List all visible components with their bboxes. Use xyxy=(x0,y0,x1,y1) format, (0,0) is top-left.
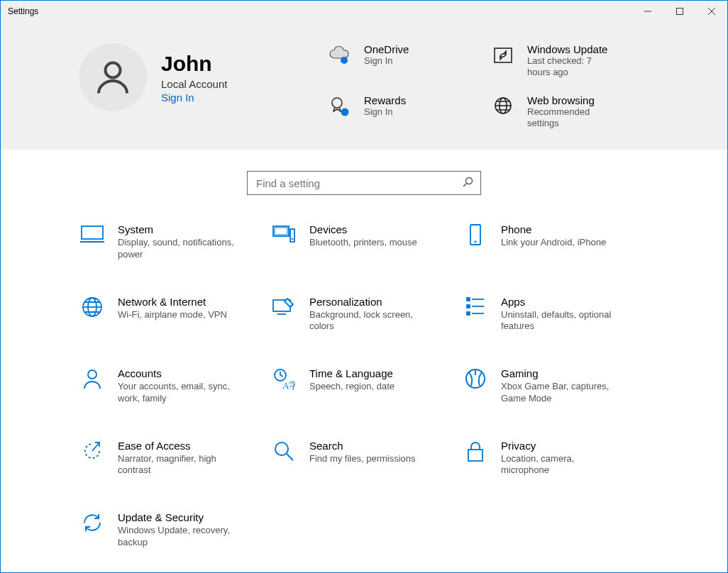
profile-signin-link[interactable]: Sign In xyxy=(161,91,227,104)
category-title: Network & Internet xyxy=(118,296,227,308)
svg-rect-6 xyxy=(495,48,512,62)
svg-point-4 xyxy=(106,63,121,78)
search-category-icon xyxy=(268,440,299,462)
close-button[interactable] xyxy=(695,1,727,22)
svg-point-5 xyxy=(341,57,348,64)
category-search[interactable]: SearchFind my files, permissions xyxy=(268,440,460,477)
tile-sub: Sign In xyxy=(364,55,409,67)
globe-icon xyxy=(490,96,516,116)
onedrive-icon xyxy=(327,45,353,65)
tile-title: Rewards xyxy=(364,94,406,106)
search-box[interactable] xyxy=(247,171,481,195)
category-title: Phone xyxy=(501,223,606,235)
category-ease-of-access[interactable]: Ease of AccessNarrator, magnifier, high … xyxy=(77,440,268,477)
tile-sub: Last checked: 7 hours ago xyxy=(527,55,612,77)
category-title: Update & Security xyxy=(118,511,238,523)
category-network[interactable]: Network & InternetWi-Fi, airplane mode, … xyxy=(77,296,268,333)
svg-point-8 xyxy=(341,109,349,116)
settings-window: Settings John Local Account xyxy=(0,0,728,573)
svg-rect-43 xyxy=(468,450,482,461)
svg-point-41 xyxy=(275,443,288,455)
category-apps[interactable]: AppsUninstall, defaults, optional featur… xyxy=(460,296,651,333)
maximize-button[interactable] xyxy=(663,1,695,22)
personalization-icon xyxy=(268,296,299,317)
category-system[interactable]: SystemDisplay, sound, notifications, pow… xyxy=(77,223,268,260)
tile-sub: Sign In xyxy=(364,106,406,118)
svg-rect-14 xyxy=(82,226,103,239)
category-title: Personalization xyxy=(309,296,430,308)
svg-point-7 xyxy=(332,98,342,108)
category-title: Search xyxy=(309,440,416,452)
svg-point-21 xyxy=(475,241,477,243)
category-personalization[interactable]: PersonalizationBackground, lock screen, … xyxy=(268,296,460,333)
svg-rect-32 xyxy=(467,312,470,315)
category-phone[interactable]: PhoneLink your Android, iPhone xyxy=(460,223,651,260)
rewards-icon xyxy=(327,96,353,117)
category-title: Devices xyxy=(309,223,417,235)
category-desc: Your accounts, email, sync, work, family xyxy=(118,381,238,404)
category-gaming[interactable]: GamingXbox Game Bar, captures, Game Mode xyxy=(460,367,651,404)
svg-rect-30 xyxy=(467,305,470,308)
category-title: System xyxy=(118,223,238,235)
category-desc: Wi-Fi, airplane mode, VPN xyxy=(118,309,227,321)
tile-title: OneDrive xyxy=(364,43,409,55)
accounts-icon xyxy=(77,367,108,390)
profile-name: John xyxy=(161,52,227,75)
tile-windows-update[interactable]: Windows Update Last checked: 7 hours ago xyxy=(490,43,646,77)
svg-line-42 xyxy=(287,454,293,460)
tile-onedrive[interactable]: OneDrive Sign In xyxy=(327,43,483,77)
ease-of-access-icon xyxy=(77,440,108,462)
apps-icon xyxy=(460,296,491,317)
tile-title: Web browsing xyxy=(527,94,612,106)
category-title: Privacy xyxy=(501,440,622,452)
category-desc: Speech, region, date xyxy=(309,381,395,392)
category-desc: Find my files, permissions xyxy=(309,453,416,464)
category-accounts[interactable]: AccountsYour accounts, email, sync, work… xyxy=(77,367,268,404)
gaming-icon xyxy=(460,367,491,390)
svg-rect-17 xyxy=(275,228,287,235)
tile-rewards[interactable]: Rewards Sign In xyxy=(327,94,483,128)
account-type: Local Account xyxy=(161,78,227,90)
update-security-icon xyxy=(77,511,108,534)
category-desc: Windows Update, recovery, backup xyxy=(118,525,238,548)
category-desc: Link your Android, iPhone xyxy=(501,237,606,248)
svg-line-40 xyxy=(92,443,99,451)
category-desc: Bluetooth, printers, mouse xyxy=(309,237,417,248)
header: John Local Account Sign In OneDrive Sign… xyxy=(1,22,727,150)
tile-web-browsing[interactable]: Web browsing Recommended settings xyxy=(490,94,646,128)
svg-line-13 xyxy=(463,183,467,187)
category-time[interactable]: A字 Time & LanguageSpeech, region, date xyxy=(268,367,460,404)
svg-point-34 xyxy=(88,370,96,379)
profile-info: John Local Account Sign In xyxy=(161,52,227,104)
categories-grid: SystemDisplay, sound, notifications, pow… xyxy=(1,216,727,572)
svg-point-19 xyxy=(292,238,294,240)
privacy-icon xyxy=(460,440,491,464)
category-update-security[interactable]: Update & SecurityWindows Update, recover… xyxy=(77,511,268,548)
svg-point-12 xyxy=(466,177,473,184)
category-title: Apps xyxy=(501,296,622,308)
profile-section[interactable]: John Local Account Sign In xyxy=(79,43,327,111)
window-title: Settings xyxy=(8,6,38,16)
category-title: Ease of Access xyxy=(118,440,238,452)
svg-line-37 xyxy=(280,375,283,377)
svg-rect-1 xyxy=(676,9,683,15)
search-icon xyxy=(462,177,473,190)
status-tiles: OneDrive Sign In Windows Update xyxy=(327,43,646,128)
minimize-button[interactable] xyxy=(632,1,663,22)
phone-icon xyxy=(460,223,491,247)
category-devices[interactable]: DevicesBluetooth, printers, mouse xyxy=(268,223,460,260)
category-desc: Location, camera, microphone xyxy=(501,453,622,477)
content: SystemDisplay, sound, notifications, pow… xyxy=(1,150,727,572)
window-controls xyxy=(632,1,727,22)
avatar xyxy=(79,43,147,111)
tile-sub: Recommended settings xyxy=(527,106,612,128)
system-icon xyxy=(77,223,108,245)
svg-text:A字: A字 xyxy=(282,380,295,390)
category-desc: Narrator, magnifier, high contrast xyxy=(118,453,238,477)
tile-title: Windows Update xyxy=(527,43,612,55)
category-privacy[interactable]: PrivacyLocation, camera, microphone xyxy=(460,440,651,477)
search-input[interactable] xyxy=(255,177,462,190)
devices-icon xyxy=(268,223,299,245)
search-wrap xyxy=(1,150,727,216)
category-desc: Background, lock screen, colors xyxy=(309,309,430,333)
